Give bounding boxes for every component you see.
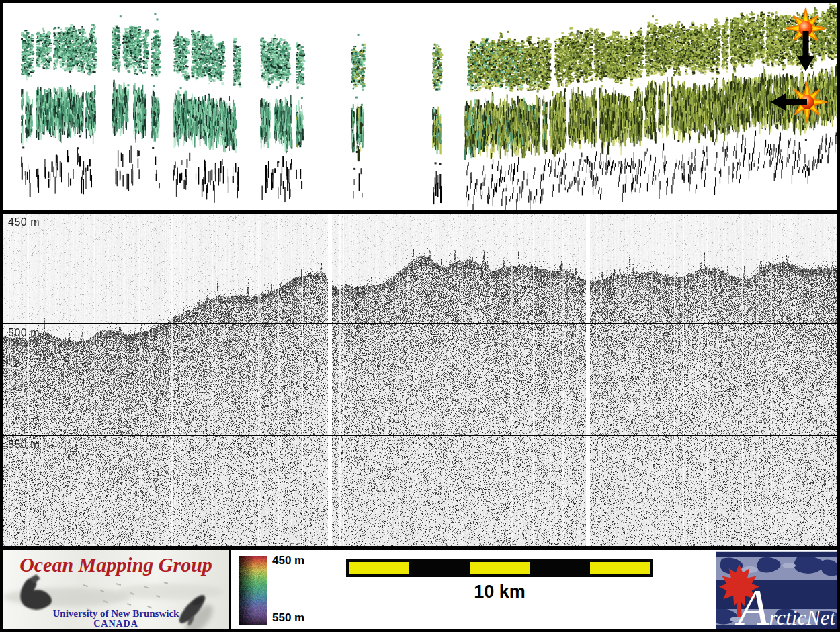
- colorbar-label-bottom: 550 m: [272, 611, 304, 625]
- sun-icon-down-arrow: [776, 7, 835, 77]
- depth-label-500: 500 m: [8, 327, 40, 339]
- arcticnet-top-band: [716, 552, 838, 557]
- depth-label-550: 550 m: [8, 439, 40, 451]
- omg-country: CANADA: [3, 619, 229, 629]
- omg-institution: University of New Brunswick: [3, 608, 229, 619]
- bathymetry-panel: [3, 3, 837, 210]
- legend-bar: Ocean Mapping Group University of New Br…: [3, 550, 837, 629]
- depth-label-450: 450 m: [8, 216, 40, 228]
- echogram-canvas: [3, 214, 837, 546]
- depth-colorbar: 450 m 550 m: [239, 554, 326, 629]
- scalebar-label: 10 km: [346, 582, 653, 602]
- figure-frame: 450 m 500 m 550 m: [0, 0, 840, 632]
- sun-icon-left-arrow: [761, 74, 829, 130]
- swath-canvas: [3, 3, 837, 210]
- scalebar-segment: [470, 562, 530, 574]
- scalebar-segment: [590, 562, 650, 574]
- arcticnet-logo: ArcticNet: [716, 552, 838, 629]
- arcticnet-wordmark: ArcticNet: [738, 607, 835, 618]
- scalebar: [346, 559, 653, 577]
- colorbar-canvas: [239, 556, 267, 625]
- panel-separator: [3, 210, 837, 214]
- echogram-panel: 450 m 500 m 550 m: [3, 214, 837, 546]
- scalebar-segment: [530, 562, 590, 574]
- omg-logo: Ocean Mapping Group University of New Br…: [3, 550, 231, 629]
- omg-title: Ocean Mapping Group: [3, 553, 229, 576]
- colorbar-label-top: 450 m: [272, 554, 304, 568]
- scalebar-segment: [349, 562, 410, 574]
- scalebar-segment: [409, 562, 470, 574]
